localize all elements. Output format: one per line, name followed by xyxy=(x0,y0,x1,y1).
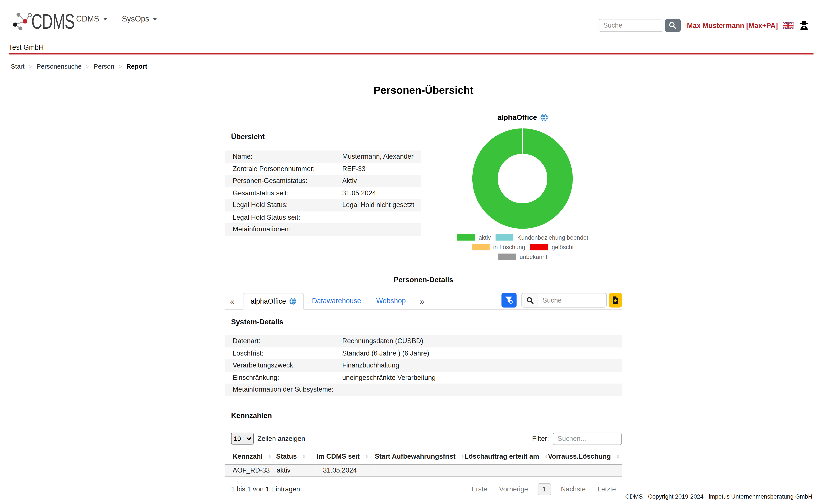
legend-item-in-loeschung[interactable]: in Löschung xyxy=(471,244,525,250)
pagination: Erste Vorherige 1 Nächste Letzte xyxy=(465,483,622,495)
row-label: Legal Hold Status: xyxy=(225,199,335,211)
row-label: Einschränkung: xyxy=(225,371,335,384)
pagination-next[interactable]: Nächste xyxy=(555,485,592,493)
column-label: Im CDMS seit xyxy=(316,452,360,460)
nav-sysops-menu[interactable]: SysOps xyxy=(122,15,157,23)
row-label: Verarbeitungszweck: xyxy=(225,359,335,371)
legend-item-kundenbeziehung-beendet[interactable]: Kundenbeziehung beendet xyxy=(496,234,588,241)
tab-alphaoffice[interactable]: alphaOffice xyxy=(243,293,304,310)
breadcrumb-personensuche[interactable]: Personensuche xyxy=(37,63,82,70)
sort-icon[interactable]: ▲▼ xyxy=(302,454,306,459)
main-nav: CDMS SysOps xyxy=(76,0,157,38)
export-button[interactable] xyxy=(609,293,622,307)
chart-title: alphaOffice xyxy=(423,113,622,121)
language-flag-uk-icon[interactable] xyxy=(783,22,794,29)
legend-label: gelöscht xyxy=(552,244,574,250)
table-filter-input[interactable] xyxy=(553,432,622,445)
tabs-scroll-right-icon[interactable]: » xyxy=(420,297,424,305)
column-header-loeschauftrag-erteilt-am[interactable]: Löschauftrag erteilt am▲▼ xyxy=(464,450,548,464)
sort-icon[interactable]: ▲▼ xyxy=(461,454,464,459)
table-row[interactable]: AOF_RD-33 aktiv 31.05.2024 xyxy=(225,464,622,477)
row-value: Rechnungsdaten (CUSBD) xyxy=(335,335,622,347)
pagination-first[interactable]: Erste xyxy=(465,485,493,493)
legend-item-unbekannt[interactable]: unbekannt xyxy=(498,253,547,260)
pagination-current-page[interactable]: 1 xyxy=(538,483,551,495)
donut-hole xyxy=(498,154,548,203)
details-search-button[interactable] xyxy=(522,294,538,307)
overview-section: Übersicht Name: Mustermann, Alexander Ze… xyxy=(225,111,622,262)
row-label: Name: xyxy=(225,151,335,163)
nav-cdms-menu[interactable]: CDMS xyxy=(76,15,107,23)
search-icon xyxy=(526,297,534,304)
molecule-logo-icon xyxy=(12,11,34,31)
column-label: Löschauftrag erteilt am xyxy=(464,452,539,460)
legend-label: unbekannt xyxy=(520,253,547,260)
details-search-input[interactable] xyxy=(538,294,606,307)
legend-swatch xyxy=(457,234,475,241)
system-details-heading: System-Details xyxy=(231,318,622,326)
page-size-control: 10 Zeilen anzeigen xyxy=(231,433,305,444)
filter-label: Filter: xyxy=(532,435,549,442)
page-size-select[interactable]: 10 xyxy=(231,433,254,444)
column-header-vorrauss-loeschung[interactable]: Vorrauss.Löschung▲▼ xyxy=(548,450,622,464)
table-controls: 10 Zeilen anzeigen Filter: xyxy=(225,432,622,445)
column-header-kennzahl[interactable]: Kennzahl▲▼ xyxy=(225,450,276,464)
row-label: Gesamtstatus seit: xyxy=(225,187,335,199)
org-name: Test GmbH xyxy=(9,43,44,51)
global-search-button[interactable] xyxy=(665,19,680,32)
table-row: Metainformationen: xyxy=(225,223,421,235)
cell-loeschauftrag xyxy=(464,464,548,477)
cell-status: aktiv xyxy=(276,464,316,477)
status-donut-chart[interactable] xyxy=(473,129,573,229)
tab-label: alphaOffice xyxy=(250,297,286,305)
table-row: Zentrale Personennummer: REF-33 xyxy=(225,163,421,175)
cell-vorrauss-loeschung xyxy=(548,464,622,477)
row-label: Löschfrist: xyxy=(225,347,335,359)
sort-icon[interactable]: ▲▼ xyxy=(545,454,548,459)
cell-start-aufbewahrungsfrist xyxy=(375,464,465,477)
row-value: Mustermann, Alexander xyxy=(335,151,421,163)
row-value xyxy=(335,223,421,235)
column-header-start-aufbewahrungsfrist[interactable]: Start Aufbewahrungsfrist▲▼ xyxy=(375,450,465,464)
table-row: Einschränkung: uneingeschränkte Verarbei… xyxy=(225,371,622,384)
breadcrumb-start[interactable]: Start xyxy=(11,63,25,70)
global-search-input[interactable] xyxy=(598,19,662,32)
tab-webshop[interactable]: Webshop xyxy=(376,297,406,305)
main-content: Personen-Übersicht Übersicht Name: Muste… xyxy=(225,80,622,495)
legend-item-geloescht[interactable]: gelöscht xyxy=(530,244,574,250)
row-value xyxy=(335,211,421,223)
cell-kennzahl: AOF_RD-33 xyxy=(225,464,276,477)
column-label: Status xyxy=(276,452,297,460)
column-header-im-cdms-seit[interactable]: Im CDMS seit▲▼ xyxy=(316,450,375,464)
footer-copyright: CDMS - Copyright 2019-2024 - impetus Unt… xyxy=(625,493,812,500)
status-chart-column: alphaOffice xyxy=(423,111,622,262)
legend-row: in Löschung gelöscht xyxy=(423,242,622,252)
row-label: Metainformation der Subsysteme: xyxy=(225,384,335,396)
clear-filter-button[interactable] xyxy=(502,293,517,307)
breadcrumb-person[interactable]: Person xyxy=(94,63,114,70)
legend-label: Kundenbeziehung beendet xyxy=(517,234,588,241)
tabs-scroll-left-icon[interactable]: « xyxy=(230,297,235,305)
column-header-status[interactable]: Status▲▼ xyxy=(276,450,316,464)
table-row: Legal Hold Status seit: xyxy=(225,211,421,223)
row-label: Datenart: xyxy=(225,335,335,347)
header-right: Max Mustermann [Max+PA] xyxy=(598,19,809,32)
tabs-bar: « alphaOffice Datawarehouse Webshop » xyxy=(225,292,622,310)
user-menu[interactable]: Max Mustermann [Max+PA] xyxy=(687,21,778,29)
impersonation-spy-icon[interactable] xyxy=(799,20,809,30)
sort-icon[interactable]: ▲▼ xyxy=(268,454,271,459)
pagination-last[interactable]: Letzte xyxy=(592,485,622,493)
legend-swatch xyxy=(530,244,548,250)
kennzahlen-table: Kennzahl▲▼ Status▲▼ Im CDMS seit▲▼ Start… xyxy=(225,450,622,477)
legend-label: aktiv xyxy=(479,234,491,241)
overview-table-column: Übersicht Name: Mustermann, Alexander Ze… xyxy=(225,111,423,262)
breadcrumb: Start > Personensuche > Person > Report xyxy=(11,63,147,70)
overview-table: Name: Mustermann, Alexander Zentrale Per… xyxy=(225,151,421,235)
sort-icon[interactable]: ▲▼ xyxy=(365,454,369,459)
sort-icon[interactable]: ▲▼ xyxy=(616,454,620,459)
legend-label: in Löschung xyxy=(493,244,525,250)
search-icon xyxy=(669,22,677,29)
pagination-prev[interactable]: Vorherige xyxy=(493,485,534,493)
tab-datawarehouse[interactable]: Datawarehouse xyxy=(312,297,361,305)
legend-item-aktiv[interactable]: aktiv xyxy=(457,234,491,241)
